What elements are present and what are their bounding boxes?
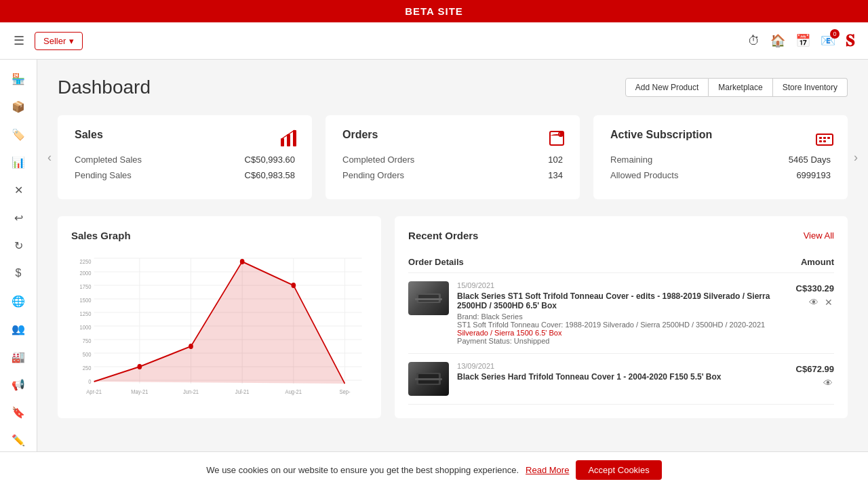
header-actions: Add New Product Marketplace Store Invent… — [625, 78, 848, 97]
svg-rect-52 — [415, 378, 442, 380]
cookie-banner: We use cookies on our website to ensure … — [0, 451, 868, 488]
svg-text:Aug-21: Aug-21 — [285, 388, 302, 395]
completed-orders-label: Completed Orders — [342, 155, 414, 165]
col-amount: Amount — [801, 257, 834, 267]
svg-text:1250: 1250 — [80, 310, 92, 317]
svg-rect-2 — [293, 130, 296, 146]
allowed-products-value: 6999193 — [796, 170, 831, 180]
stats-row: ‹ Sales Completed Sales C$50,993.60 Pend… — [58, 115, 848, 199]
sidebar-item-dollar[interactable]: $ — [5, 261, 32, 285]
order-details-1: 15/09/2021 Black Series ST1 Soft Trifold… — [457, 281, 772, 345]
order-name-2: Black Series Hard Trifold Tonneau Cover … — [457, 372, 772, 382]
order-status-1: Payment Status: Unshipped — [457, 337, 772, 345]
layout: 🏪 📦 🏷️ 📊 ✕ ↩ ↻ $ 🌐 👥 🏭 📢 🔖 ✏️ 🏷 📋 🏢 Dash… — [0, 60, 868, 488]
order-view-button-1[interactable]: 👁 — [808, 296, 820, 309]
svg-text:Sep-: Sep- — [339, 388, 350, 395]
top-nav-right: ⏱ 🏠 📅 📧 0 𝐒 — [748, 31, 854, 50]
sidebar-item-edit[interactable]: ✏️ — [5, 428, 32, 452]
sales-chart-icon — [279, 129, 298, 152]
order-right-2: C$672.99 👁 — [780, 362, 834, 390]
sidebar: 🏪 📦 🏷️ 📊 ✕ ↩ ↻ $ 🌐 👥 🏭 📢 🔖 ✏️ 🏷 📋 🏢 — [0, 60, 37, 488]
marketplace-button[interactable]: Marketplace — [709, 78, 772, 97]
pending-orders-label: Pending Orders — [342, 170, 404, 180]
main-content: Dashboard Add New Product Marketplace St… — [37, 60, 868, 488]
store-inventory-button[interactable]: Store Inventory — [773, 78, 848, 97]
svg-rect-49 — [415, 298, 442, 300]
order-item-2: 13/09/2021 Black Series Hard Trifold Ton… — [408, 354, 834, 405]
seller-label: Seller — [43, 36, 66, 46]
hamburger-icon[interactable]: ☰ — [14, 33, 24, 48]
read-more-link[interactable]: Read More — [526, 465, 569, 475]
order-right-1: C$330.29 👁 ✕ — [780, 281, 834, 309]
completed-sales-value: C$50,993.60 — [245, 155, 295, 165]
col-order-details: Order Details — [408, 257, 464, 267]
graph-title: Sales Graph — [71, 230, 368, 241]
seller-button[interactable]: Seller ▾ — [35, 32, 83, 50]
allowed-products-row: Allowed Products 6999193 — [610, 170, 831, 180]
sales-graph-card: Sales Graph — [58, 216, 381, 418]
pending-orders-value: 134 — [548, 170, 563, 180]
pending-orders-row: Pending Orders 134 — [342, 170, 563, 180]
order-amount-1: C$330.29 — [796, 283, 834, 293]
svg-point-40 — [291, 283, 296, 288]
subscription-icon — [815, 129, 834, 152]
accept-cookies-button[interactable]: Accept Cookies — [576, 460, 661, 480]
sidebar-item-warehouse[interactable]: 🏭 — [5, 344, 32, 369]
page-title: Dashboard — [58, 77, 151, 98]
remaining-value: 5465 Days — [789, 155, 831, 165]
remaining-row: Remaining 5465 Days — [610, 155, 831, 165]
sidebar-item-close[interactable]: ✕ — [5, 178, 32, 202]
sidebar-item-people[interactable]: 👥 — [5, 317, 32, 341]
top-nav: ☰ Seller ▾ ⏱ 🏠 📅 📧 0 𝐒 — [0, 22, 868, 60]
recent-orders-card: Recent Orders View All Order Details Amo… — [395, 216, 848, 418]
add-new-product-button[interactable]: Add New Product — [625, 78, 709, 97]
svg-rect-9 — [827, 137, 830, 139]
site-logo[interactable]: 𝐒 — [846, 31, 854, 50]
sales-card: ‹ Sales Completed Sales C$50,993.60 Pend… — [58, 115, 312, 199]
sidebar-item-globe[interactable]: 🌐 — [5, 289, 32, 313]
speedometer-icon[interactable]: ⏱ — [748, 34, 760, 48]
svg-point-38 — [189, 344, 193, 349]
dashboard-header: Dashboard Add New Product Marketplace St… — [58, 77, 848, 98]
orders-card: Orders ! Completed Orders 102 Pending Or… — [326, 115, 580, 199]
svg-rect-8 — [823, 137, 826, 139]
carousel-left-arrow[interactable]: ‹ — [47, 150, 52, 165]
svg-text:Apr-21: Apr-21 — [86, 388, 102, 395]
completed-orders-row: Completed Orders 102 — [342, 155, 563, 165]
order-image-2 — [408, 362, 449, 396]
order-date-2: 13/09/2021 — [457, 362, 772, 370]
order-date-1: 15/09/2021 — [457, 281, 772, 289]
order-actions-1: 👁 ✕ — [808, 296, 834, 309]
calendar-icon[interactable]: 📅 — [795, 33, 810, 48]
sidebar-item-tag[interactable]: 🏷️ — [5, 122, 32, 146]
dropdown-arrow-icon: ▾ — [69, 36, 74, 46]
carousel-right-arrow[interactable]: › — [854, 150, 858, 165]
order-view-button-2[interactable]: 👁 — [822, 376, 834, 390]
sidebar-item-sync[interactable]: ↻ — [5, 233, 32, 258]
svg-text:1500: 1500 — [80, 296, 92, 304]
svg-text:1000: 1000 — [80, 323, 92, 331]
notification-icon[interactable]: 📧 0 — [821, 33, 835, 48]
remaining-label: Remaining — [610, 155, 652, 165]
svg-rect-7 — [819, 137, 822, 139]
sidebar-item-chart[interactable]: 📊 — [5, 150, 32, 174]
sidebar-item-return[interactable]: ↩ — [5, 205, 32, 230]
order-actions-2: 👁 — [822, 376, 834, 390]
sidebar-item-megaphone[interactable]: 📢 — [5, 372, 32, 396]
sidebar-item-store[interactable]: 🏪 — [5, 66, 32, 91]
completed-sales-row: Completed Sales C$50,993.60 — [75, 155, 295, 165]
pending-sales-value: C$60,983.58 — [245, 170, 295, 180]
pending-sales-label: Pending Sales — [75, 170, 132, 180]
pending-sales-row: Pending Sales C$60,983.58 — [75, 170, 295, 180]
home-icon[interactable]: 🏠 — [770, 33, 785, 48]
order-close-button-1[interactable]: ✕ — [823, 296, 834, 309]
svg-text:250: 250 — [83, 364, 92, 371]
svg-point-39 — [240, 259, 245, 264]
view-all-link[interactable]: View All — [804, 230, 834, 241]
svg-text:1750: 1750 — [80, 283, 92, 290]
sidebar-item-label[interactable]: 🔖 — [5, 400, 32, 424]
sidebar-item-box[interactable]: 📦 — [5, 94, 32, 119]
svg-rect-1 — [287, 134, 290, 146]
notification-badge: 0 — [830, 29, 840, 39]
completed-sales-label: Completed Sales — [75, 155, 142, 165]
